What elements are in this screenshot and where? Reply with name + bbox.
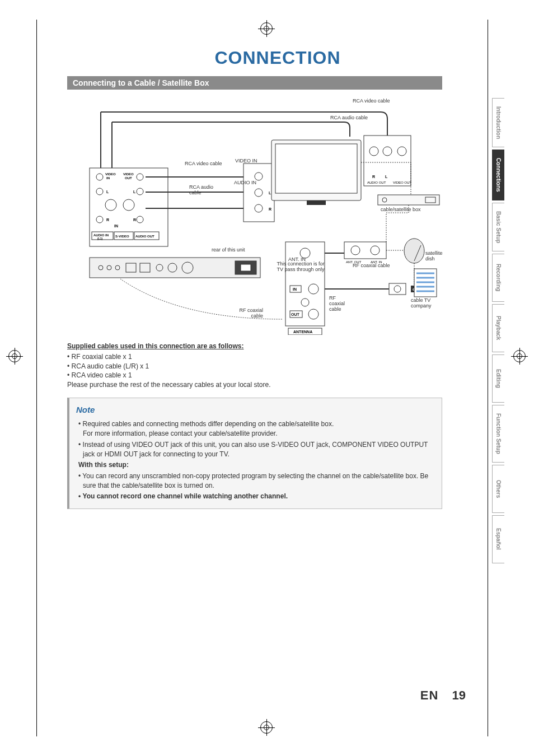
label-rca-video-top: RCA video cable — [353, 99, 390, 104]
svg-text:L: L — [133, 190, 136, 194]
svg-point-68 — [351, 246, 360, 255]
supplied-purchase: Please purchase the rest of the necessar… — [67, 381, 271, 389]
svg-point-27 — [255, 189, 263, 197]
svg-point-6 — [137, 174, 143, 180]
svg-text:S-VIDEO: S-VIDEO — [115, 235, 129, 238]
svg-text:OUT: OUT — [291, 312, 300, 316]
label-cable-tv-company: cable TV company — [411, 298, 438, 309]
svg-text:L: L — [269, 191, 271, 195]
supplied-item-2: RCA video cable x 1 — [72, 371, 132, 379]
svg-point-28 — [255, 204, 263, 212]
page-frame: CONNECTION Connecting to a Cable / Satel… — [36, 20, 488, 736]
tab-playback[interactable]: Playback — [492, 304, 504, 352]
svg-text:VIDEO: VIDEO — [123, 172, 134, 176]
note-title: Note — [76, 404, 435, 416]
page-number: EN 19 — [420, 688, 466, 703]
tab-connections[interactable]: Connections — [492, 150, 504, 200]
svg-point-36 — [383, 147, 392, 156]
label-rf-coax-right: RF coaxial cable — [353, 263, 390, 269]
svg-text:L: L — [106, 190, 109, 194]
section-heading: Connecting to a Cable / Satellite Box — [67, 76, 442, 90]
svg-point-7 — [96, 188, 103, 195]
svg-text:(L1): (L1) — [97, 237, 103, 240]
tab-editing[interactable]: Editing — [492, 354, 504, 403]
supplied-heading: Supplied cables used in this connection … — [67, 342, 243, 351]
svg-point-37 — [397, 147, 406, 156]
svg-text:L: L — [385, 175, 388, 179]
svg-point-26 — [255, 172, 263, 180]
supplied-cables-block: Supplied cables used in this connection … — [67, 342, 442, 390]
svg-text:AUDIO OUT: AUDIO OUT — [135, 235, 154, 238]
page-no: 19 — [452, 688, 466, 702]
svg-text:OUT: OUT — [125, 176, 132, 180]
tab-function-setup[interactable]: Function Setup — [492, 405, 504, 463]
content-area: CONNECTION Connecting to a Cable / Satel… — [67, 48, 488, 708]
registration-mark-icon — [8, 350, 21, 362]
note-line3: You can record any unscrambled non-copy … — [76, 472, 435, 491]
note-line4: You cannot record one channel while watc… — [76, 492, 435, 501]
svg-text:IN: IN — [293, 287, 297, 291]
label-rca-video: RCA video cable — [185, 161, 222, 167]
svg-text:R: R — [269, 207, 271, 211]
tab-introduction[interactable]: Introduction — [492, 98, 504, 147]
svg-rect-32 — [275, 144, 357, 193]
svg-point-8 — [137, 188, 143, 195]
svg-point-60 — [308, 284, 318, 294]
svg-text:R: R — [133, 218, 136, 222]
tab-others[interactable]: Others — [492, 465, 504, 513]
tab-recording[interactable]: Recording — [492, 254, 504, 302]
label-rf-coax-left: RF coaxial cable — [235, 308, 263, 319]
svg-text:AUDIO OUT: AUDIO OUT — [367, 181, 386, 184]
svg-text:VIDEO OUT: VIDEO OUT — [393, 181, 411, 184]
svg-text:IN: IN — [106, 176, 110, 180]
svg-point-35 — [369, 147, 378, 156]
registration-mark-icon — [513, 350, 526, 362]
svg-point-61 — [301, 298, 309, 306]
page-title: CONNECTION — [67, 48, 488, 68]
diagram-svg: VIDEO IN VIDEO OUT L L R R IN AUDIO IN — [67, 95, 442, 335]
svg-point-64 — [308, 309, 318, 319]
svg-text:VIDEO: VIDEO — [105, 172, 116, 176]
svg-point-5 — [96, 174, 103, 180]
label-satellite-dish: satellite dish — [425, 251, 448, 262]
note-box: Note Required cables and connecting meth… — [67, 398, 442, 509]
svg-point-69 — [371, 246, 380, 255]
svg-text:R: R — [106, 218, 109, 222]
svg-text:IN: IN — [114, 224, 118, 228]
label-rear-of-unit: rear of this unit — [212, 248, 245, 253]
note-line2: Instead of using VIDEO OUT jack of this … — [76, 440, 435, 460]
svg-rect-67 — [344, 242, 386, 259]
label-rca-audio-top: RCA audio cable — [330, 115, 368, 121]
label-rca-audio: RCA audio cable — [189, 185, 217, 196]
svg-text:R: R — [372, 175, 375, 179]
page-lang: EN — [420, 688, 439, 702]
label-rf-coax-mid: RF coaxial cable — [329, 296, 353, 312]
tab-basic-setup[interactable]: Basic Setup — [492, 203, 504, 251]
svg-rect-55 — [241, 264, 251, 271]
svg-point-13 — [96, 216, 103, 223]
label-video-in: VIDEO IN — [235, 158, 257, 164]
label-cable-sat-box: cable/satellite box — [381, 207, 421, 213]
label-pass-through: This connection is for TV pass through o… — [275, 262, 326, 273]
connection-diagram: VIDEO IN VIDEO OUT L L R R IN AUDIO IN — [67, 95, 442, 335]
svg-point-14 — [137, 216, 143, 223]
svg-point-72 — [404, 239, 424, 263]
svg-rect-33 — [307, 200, 326, 205]
svg-text:ANTENNA: ANTENNA — [293, 330, 312, 334]
svg-point-12 — [123, 199, 134, 211]
svg-rect-73 — [389, 283, 406, 295]
tab-espanol[interactable]: Español — [492, 515, 504, 563]
note-line1: Required cables and connecting methods d… — [76, 419, 435, 439]
note-with-setup: With this setup: — [76, 460, 435, 470]
supplied-item-0: RF coaxial cable x 1 — [72, 353, 132, 361]
svg-point-11 — [105, 199, 116, 211]
supplied-item-1: RCA audio cable (L/R) x 1 — [72, 362, 149, 370]
label-audio-in: AUDIO IN — [234, 180, 256, 186]
side-tabs: Introduction Connections Basic Setup Rec… — [492, 98, 508, 566]
